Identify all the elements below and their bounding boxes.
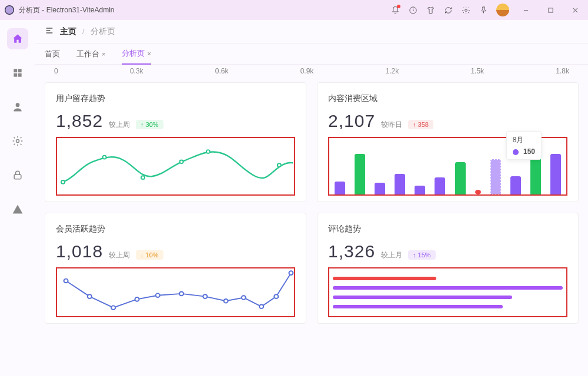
bar[interactable] <box>355 154 365 194</box>
content-scroll[interactable]: 0 0.3k 0.6k 0.9k 1.2k 1.5k 1.8k 用户留存趋势 1… <box>35 65 588 376</box>
svg-point-12 <box>103 156 106 159</box>
svg-rect-6 <box>14 73 17 77</box>
svg-point-8 <box>16 103 20 107</box>
svg-rect-3 <box>548 8 552 12</box>
arrow-down-icon: ↓ <box>141 251 144 258</box>
svg-point-15 <box>206 150 210 153</box>
sidebar-item-settings[interactable] <box>7 130 28 152</box>
svg-point-21 <box>156 293 160 297</box>
tab-analysis[interactable]: 分析页 × <box>122 43 151 65</box>
breadcrumb-home[interactable]: 主页 <box>60 26 76 37</box>
pin-icon[interactable] <box>479 5 488 15</box>
sidebar-item-lock[interactable] <box>7 164 28 186</box>
metric-value: 1,018 <box>56 241 103 261</box>
svg-point-2 <box>465 9 467 11</box>
card-metrics: 1,018 较上周 ↓ 10% <box>56 241 295 261</box>
sidebar-item-warning[interactable] <box>7 199 28 220</box>
avatar[interactable] <box>496 4 509 16</box>
hbar[interactable] <box>333 286 563 290</box>
delta-value: 30% <box>146 121 159 128</box>
tooltip-value: 150 <box>523 147 535 156</box>
tooltip-dot-icon <box>513 149 519 155</box>
delta-badge: ↑ 30% <box>136 120 163 129</box>
card-retention: 用户留存趋势 1,852 较上周 ↑ 30% <box>45 82 306 202</box>
hbars-container <box>329 268 566 316</box>
metric-value: 2,107 <box>328 111 375 131</box>
axis-tick: 0 <box>54 67 58 75</box>
svg-point-0 <box>5 6 13 14</box>
svg-point-27 <box>274 294 278 298</box>
sidebar-item-home[interactable] <box>7 28 28 49</box>
comment-hbar-chart[interactable] <box>328 267 567 317</box>
hbar[interactable] <box>333 277 436 280</box>
sidebar <box>0 20 35 376</box>
sidebar-item-user[interactable] <box>7 96 28 118</box>
retention-line-chart[interactable] <box>56 137 295 196</box>
metric-value: 1,326 <box>328 241 375 261</box>
bell-icon[interactable] <box>390 5 400 15</box>
card-metrics: 2,107 较昨日 ↑ 358 <box>328 111 567 131</box>
card-content: 内容消费区域 2,107 较昨日 ↑ 358 <box>317 82 579 202</box>
bar[interactable] <box>475 190 481 194</box>
window-minimize-button[interactable] <box>517 3 534 17</box>
delta-badge: ↓ 10% <box>136 250 163 260</box>
svg-rect-5 <box>18 69 22 72</box>
svg-point-24 <box>224 299 228 303</box>
shirt-icon[interactable] <box>426 5 435 15</box>
svg-point-26 <box>259 304 263 308</box>
window-close-button[interactable] <box>567 3 583 17</box>
card-title: 会员活跃趋势 <box>56 224 295 234</box>
bar[interactable] <box>510 176 521 194</box>
clock-icon[interactable] <box>408 5 417 15</box>
bar[interactable] <box>395 174 405 194</box>
arrow-up-icon: ↑ <box>141 121 144 128</box>
delta-value: 10% <box>146 251 159 258</box>
metric-compare-label: 较上周 <box>109 120 130 130</box>
svg-point-19 <box>111 306 115 310</box>
axis-tick: 1.5k <box>470 67 484 75</box>
content-bar-chart[interactable]: 8月 150 <box>328 137 567 196</box>
delta-badge: ↑ 15% <box>408 250 436 260</box>
hbar[interactable] <box>333 296 512 299</box>
card-member: 会员活跃趋势 1,018 较上周 ↓ 10% <box>45 213 306 324</box>
delta-badge: ↑ 358 <box>408 120 433 129</box>
metric-value: 1,852 <box>56 111 103 131</box>
bar[interactable] <box>530 157 541 194</box>
axis-tick: 0.9k <box>300 67 314 75</box>
svg-point-14 <box>180 160 183 163</box>
svg-point-13 <box>141 176 145 179</box>
bar-highlight[interactable] <box>490 159 501 194</box>
metric-compare-label: 较上月 <box>381 250 402 260</box>
breadcrumb: 主页 / 分析页 <box>35 20 588 43</box>
bar[interactable] <box>415 186 425 194</box>
breadcrumb-separator: / <box>82 27 85 36</box>
svg-point-25 <box>242 296 246 300</box>
gear-icon[interactable] <box>461 5 470 15</box>
axis-tick: 1.2k <box>386 67 399 75</box>
bar[interactable] <box>375 183 385 194</box>
window-maximize-button[interactable] <box>542 3 559 17</box>
tab-workbench[interactable]: 工作台 × <box>76 43 105 65</box>
delta-value: 15% <box>418 251 431 258</box>
menu-toggle-icon[interactable] <box>45 26 54 37</box>
card-title: 内容消费区域 <box>328 93 567 104</box>
close-icon[interactable]: × <box>102 51 105 58</box>
tab-label: 工作台 <box>76 49 99 59</box>
close-icon[interactable]: × <box>147 50 151 57</box>
member-line-chart[interactable] <box>56 267 295 317</box>
svg-point-17 <box>64 279 68 283</box>
bar[interactable] <box>550 154 561 194</box>
bar[interactable] <box>335 182 345 194</box>
hbar[interactable] <box>333 305 503 308</box>
card-title: 用户留存趋势 <box>56 93 295 104</box>
svg-point-20 <box>135 297 139 301</box>
tab-home[interactable]: 首页 <box>45 43 60 65</box>
sidebar-item-grid[interactable] <box>7 62 28 83</box>
titlebar: 分析页 - Electron31-ViteAdmin <box>0 0 588 20</box>
refresh-icon[interactable] <box>443 5 453 15</box>
bar[interactable] <box>435 177 445 194</box>
svg-rect-7 <box>18 73 22 77</box>
chart-tooltip: 8月 150 <box>506 131 542 160</box>
card-metrics: 1,852 较上周 ↑ 30% <box>56 111 295 131</box>
bar[interactable] <box>455 162 466 194</box>
